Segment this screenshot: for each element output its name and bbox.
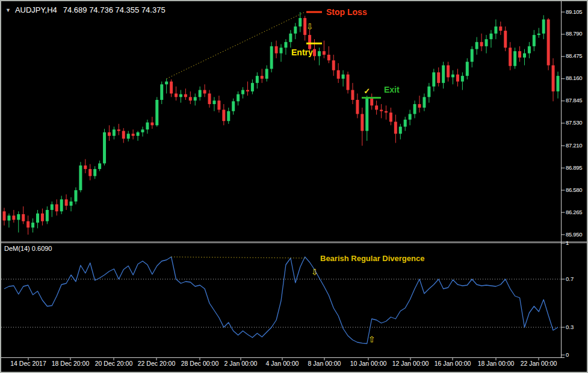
candle — [70, 202, 73, 206]
dem-tick-label: 0.7 — [566, 276, 574, 282]
candle — [461, 76, 464, 81]
dem-axis[interactable]: 10.70.30 — [561, 239, 574, 358]
candle — [261, 76, 264, 79]
time-tick-label: 18 Jan 00:00 — [478, 360, 515, 367]
price-tick-label: 87.845 — [566, 97, 582, 103]
candle — [399, 127, 402, 134]
time-tick-label: 16 Jan 00:00 — [435, 360, 471, 367]
candle — [518, 51, 521, 58]
symbol-marker-icon: ▼ — [5, 7, 11, 13]
candle — [141, 129, 144, 132]
candle — [299, 18, 302, 26]
sell-arrow-icon: ⇩ — [306, 22, 314, 31]
candle — [394, 122, 397, 134]
candle — [36, 214, 39, 223]
candle — [323, 51, 326, 55]
candle — [418, 104, 421, 108]
stop-loss-label[interactable]: Stop Loss — [326, 7, 367, 17]
candle — [332, 60, 335, 70]
price-tick-label: 86.895 — [566, 164, 582, 171]
candle — [494, 26, 497, 34]
dem-divergence-line — [172, 257, 305, 258]
candle — [179, 94, 182, 97]
candle — [3, 211, 6, 220]
candle — [22, 214, 25, 221]
candle — [456, 75, 459, 82]
candle — [275, 46, 278, 54]
candle — [212, 100, 215, 104]
candle — [356, 100, 359, 114]
candle — [542, 19, 545, 33]
candle — [65, 199, 68, 206]
entry-label[interactable]: Entry — [291, 48, 313, 57]
price-tick-label: 86.265 — [566, 209, 582, 215]
candle — [246, 90, 249, 91]
candle — [256, 76, 259, 83]
candle — [55, 205, 58, 212]
candle — [160, 84, 163, 100]
candle — [170, 82, 173, 94]
candle — [289, 34, 292, 42]
candle — [528, 46, 531, 54]
candle — [404, 120, 407, 127]
candle — [489, 34, 492, 39]
candle — [547, 19, 550, 65]
exit-label[interactable]: Exit — [384, 85, 400, 94]
time-tick-label: 10 Jan 00:00 — [350, 360, 387, 367]
candle — [513, 51, 516, 66]
candle — [93, 169, 96, 176]
price-tick-label: 88.160 — [566, 75, 582, 81]
candle — [413, 104, 416, 114]
candle — [442, 66, 445, 83]
candle — [451, 75, 454, 78]
candle — [79, 165, 82, 190]
check-icon: ✓ — [364, 87, 370, 96]
candle — [485, 39, 488, 46]
time-axis[interactable]: 14 Dec 201718 Dec 20:0020 Dec 20:0022 De… — [10, 358, 557, 367]
candle — [165, 82, 168, 85]
candle — [351, 90, 354, 100]
divergence-trendline — [167, 12, 305, 79]
time-tick-label: 14 Dec 2017 — [10, 360, 46, 367]
candle — [284, 42, 287, 48]
time-tick-label: 12 Jan 00:00 — [392, 360, 429, 367]
candle — [122, 131, 125, 139]
candle — [427, 87, 430, 97]
price-tick-label: 86.580 — [566, 186, 582, 193]
candle — [194, 97, 197, 100]
divergence-label[interactable]: Bearish Regular Divergence — [320, 254, 424, 263]
candle — [46, 210, 49, 221]
candle — [227, 111, 230, 121]
candle — [232, 101, 235, 111]
candle — [327, 55, 330, 60]
dem-tick-label: 1 — [566, 239, 569, 246]
candle — [60, 199, 63, 211]
price-axis[interactable]: 89.10588.79088.47588.16087.84587.53087.2… — [561, 8, 582, 238]
price-tick-label: 87.530 — [566, 119, 582, 126]
candle — [31, 223, 34, 227]
ohlc-values: 74.689 74.736 74.355 74.375 — [63, 5, 166, 14]
candle — [265, 69, 268, 78]
time-tick-label: 22 Dec 20:00 — [138, 360, 176, 367]
candle — [270, 46, 273, 69]
candle — [422, 97, 426, 108]
candle — [237, 94, 240, 102]
candle — [552, 66, 555, 91]
candle — [499, 26, 502, 31]
candle — [132, 134, 135, 136]
candle — [313, 49, 316, 57]
dem-sell-arrow-icon: ⇩ — [311, 267, 318, 277]
candle — [475, 42, 478, 49]
price-tick-label: 85.950 — [566, 231, 582, 238]
price-tick-label: 88.475 — [566, 52, 582, 59]
symbol-ohlc-readout: ▼AUDJPY,H474.689 74.736 74.355 74.375 — [5, 5, 166, 14]
time-tick-label: 2 Jan 00:00 — [224, 360, 258, 367]
candle — [389, 113, 392, 122]
candle — [557, 76, 560, 91]
price-tick-label: 87.210 — [566, 142, 582, 149]
candle — [150, 123, 153, 126]
candle — [7, 215, 10, 220]
candle — [537, 34, 540, 35]
candle — [98, 164, 101, 169]
candle — [509, 48, 512, 66]
